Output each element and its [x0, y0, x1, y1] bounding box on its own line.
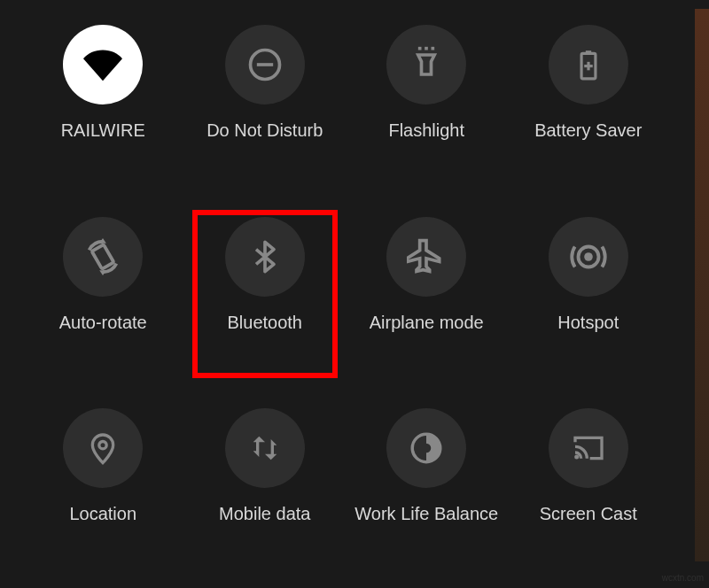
svg-point-18	[574, 455, 579, 460]
tile-flashlight[interactable]: Flashlight	[350, 18, 503, 141]
quick-settings-panel: RAILWIRE Do Not Disturb Flashlight Batte…	[0, 0, 691, 567]
airplane-icon	[386, 217, 466, 297]
tile-location[interactable]: Location	[27, 401, 180, 524]
tile-label: Work Life Balance	[354, 504, 498, 524]
tile-label: Battery Saver	[534, 120, 642, 141]
tile-label: Screen Cast	[540, 504, 637, 524]
cast-icon	[549, 408, 628, 488]
tile-label: Auto-rotate	[59, 313, 147, 333]
tile-dnd[interactable]: Do Not Disturb	[189, 18, 342, 141]
tiles-grid: RAILWIRE Do Not Disturb Flashlight Batte…	[27, 18, 665, 549]
hotspot-icon	[549, 217, 628, 297]
tile-wifi[interactable]: RAILWIRE	[27, 18, 180, 141]
bluetooth-icon	[225, 217, 305, 297]
tile-work-life-balance[interactable]: Work Life Balance	[350, 401, 503, 524]
tile-label: Hotspot	[557, 313, 619, 333]
battery-icon	[549, 25, 628, 104]
dnd-icon	[225, 25, 305, 104]
tile-auto-rotate[interactable]: Auto-rotate	[27, 210, 180, 333]
svg-marker-15	[253, 437, 264, 443]
tile-label: Mobile data	[219, 504, 310, 524]
flashlight-icon	[386, 25, 466, 104]
tile-label: Bluetooth	[227, 313, 302, 333]
wifi-icon	[63, 25, 143, 104]
svg-marker-16	[265, 454, 277, 460]
tile-label: RAILWIRE	[61, 120, 145, 141]
svg-rect-6	[586, 50, 591, 53]
tile-battery-saver[interactable]: Battery Saver	[512, 18, 666, 141]
rotate-icon	[63, 217, 143, 297]
tile-mobile-data[interactable]: Mobile data	[189, 401, 342, 524]
tile-label: Airplane mode	[370, 313, 484, 333]
tile-label: Location	[69, 504, 136, 524]
tile-airplane-mode[interactable]: Airplane mode	[350, 210, 503, 333]
mobiledata-icon	[225, 408, 305, 488]
tile-label: Do Not Disturb	[206, 120, 323, 141]
svg-point-14	[99, 442, 106, 449]
worklife-icon	[386, 408, 466, 488]
tile-screen-cast[interactable]: Screen Cast	[512, 401, 666, 524]
watermark: wcxtn.com	[662, 573, 704, 583]
background-edge	[695, 9, 709, 561]
svg-rect-9	[92, 244, 114, 269]
svg-point-12	[584, 252, 593, 261]
location-icon	[63, 408, 143, 488]
tile-label: Flashlight	[388, 120, 464, 141]
tile-hotspot[interactable]: Hotspot	[512, 210, 666, 333]
tile-bluetooth[interactable]: Bluetooth	[189, 210, 342, 333]
